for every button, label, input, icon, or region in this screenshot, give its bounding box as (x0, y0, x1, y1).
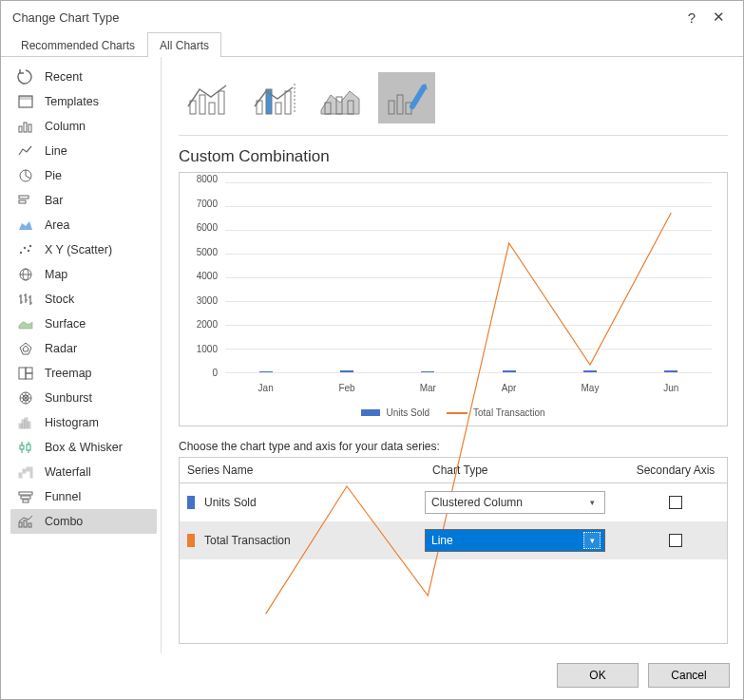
sidebar-item-map[interactable]: Map (10, 262, 157, 287)
y-tick-label: 3000 (197, 294, 218, 305)
sidebar-item-label: Stock (45, 293, 74, 306)
sidebar-item-line[interactable]: Line (10, 139, 157, 163)
sunburst-icon (16, 389, 35, 407)
y-tick-label: 7000 (197, 198, 218, 208)
svg-marker-14 (20, 343, 31, 354)
sidebar-item-label: Treemap (45, 367, 92, 380)
scatter-icon (16, 241, 35, 258)
sidebar-item-area[interactable]: Area (10, 213, 157, 237)
sidebar-item-surface[interactable]: Surface (10, 312, 157, 336)
help-button[interactable]: ? (678, 9, 705, 26)
sidebar-item-boxwhisker[interactable]: Box & Whisker (10, 435, 157, 460)
combo-subtype-3[interactable] (312, 72, 369, 123)
legend-item-bar: Units Sold (361, 407, 429, 418)
combo-subtype-2[interactable] (245, 72, 302, 123)
y-tick-label: 0 (212, 368, 218, 378)
sidebar-item-label: Sunburst (45, 391, 92, 405)
waterfall-icon (16, 464, 35, 481)
x-tick-label: Mar (388, 383, 468, 393)
sidebar-item-label: Waterfall (45, 465, 91, 479)
y-tick-label: 2000 (197, 319, 218, 330)
ok-button[interactable]: OK (557, 663, 639, 688)
sidebar-item-recent[interactable]: Recent (10, 65, 157, 89)
combo-subtype-1[interactable] (179, 72, 236, 123)
sidebar-item-label: Column (45, 120, 86, 133)
sidebar-item-label: Radar (45, 342, 77, 355)
legend-swatch-line (447, 412, 467, 414)
funnel-icon (16, 488, 35, 505)
tab-strip: Recommended Charts All Charts (1, 31, 743, 57)
svg-rect-7 (19, 200, 26, 203)
svg-rect-29 (27, 467, 29, 471)
svg-rect-1 (19, 96, 32, 100)
close-button[interactable]: ✕ (705, 9, 732, 26)
svg-point-8 (20, 252, 22, 254)
chart-type-select-total-transaction[interactable]: Line ▾ (425, 529, 605, 552)
x-tick-label: May (549, 383, 630, 393)
sidebar-item-label: Area (45, 218, 69, 232)
tab-recommended-charts[interactable]: Recommended Charts (9, 32, 147, 57)
svg-rect-39 (209, 103, 215, 114)
chevron-down-icon: ▾ (583, 494, 601, 511)
svg-rect-40 (219, 91, 224, 114)
sidebar-item-scatter[interactable]: X Y (Scatter) (10, 237, 157, 262)
sidebar-item-combo[interactable]: Combo (10, 509, 157, 534)
combo-subtype-row (179, 68, 728, 136)
svg-rect-43 (276, 103, 281, 114)
svg-rect-25 (20, 445, 24, 449)
sidebar-item-radar[interactable]: Radar (10, 336, 157, 361)
sidebar-item-treemap[interactable]: Treemap (10, 361, 157, 386)
tab-all-charts[interactable]: All Charts (147, 32, 221, 57)
sidebar-item-sunburst[interactable]: Sunburst (10, 386, 157, 410)
legend-swatch-bar (361, 409, 380, 416)
histogram-icon (16, 414, 35, 431)
section-title: Custom Combination (179, 147, 728, 166)
sidebar-item-label: Map (45, 268, 67, 281)
series-swatch (187, 496, 195, 509)
sidebar-item-pie[interactable]: Pie (10, 163, 157, 188)
sidebar-item-label: Templates (45, 95, 99, 108)
bar-icon (16, 192, 35, 209)
surface-icon (16, 315, 35, 332)
line-icon (16, 142, 35, 160)
area-icon (16, 217, 35, 234)
sidebar-item-funnel[interactable]: Funnel (10, 484, 157, 509)
svg-point-11 (29, 245, 31, 247)
sidebar-item-label: Box & Whisker (45, 441, 123, 454)
svg-rect-16 (19, 368, 26, 379)
svg-rect-17 (26, 368, 32, 373)
x-tick-label: Feb (306, 383, 387, 393)
templates-icon (16, 93, 35, 110)
combo-subtype-custom[interactable] (378, 72, 435, 123)
svg-rect-26 (27, 445, 30, 450)
y-tick-label: 5000 (197, 246, 218, 256)
svg-rect-6 (19, 196, 29, 199)
treemap-icon (16, 365, 35, 382)
sidebar-item-label: Histogram (45, 416, 99, 429)
sidebar-item-waterfall[interactable]: Waterfall (10, 460, 157, 484)
chart-type-select-units-sold[interactable]: Clustered Column ▾ (425, 491, 605, 514)
sidebar-item-stock[interactable]: Stock (10, 287, 157, 312)
stock-icon (16, 291, 35, 308)
y-tick-label: 6000 (197, 222, 218, 233)
sidebar-item-templates[interactable]: Templates (10, 89, 157, 114)
svg-rect-2 (19, 126, 22, 132)
column-icon (16, 118, 35, 135)
legend-item-line: Total Transaction (447, 407, 545, 418)
boxwhisker-icon (16, 439, 35, 456)
x-tick-label: Jun (631, 383, 712, 393)
chevron-down-icon: ▾ (583, 532, 601, 549)
svg-rect-28 (23, 469, 26, 473)
sidebar-item-histogram[interactable]: Histogram (10, 410, 157, 435)
sidebar-item-bar[interactable]: Bar (10, 188, 157, 213)
chart-legend: Units Sold Total Transaction (180, 407, 727, 418)
radar-icon (16, 340, 35, 357)
sidebar-item-label: X Y (Scatter) (45, 243, 112, 256)
sidebar-item-label: Pie (45, 169, 62, 182)
y-tick-label: 1000 (197, 343, 218, 353)
svg-rect-48 (389, 101, 394, 114)
svg-point-10 (28, 250, 29, 252)
pie-icon (16, 167, 35, 184)
sidebar-item-column[interactable]: Column (10, 114, 157, 139)
cancel-button[interactable]: Cancel (648, 663, 730, 688)
